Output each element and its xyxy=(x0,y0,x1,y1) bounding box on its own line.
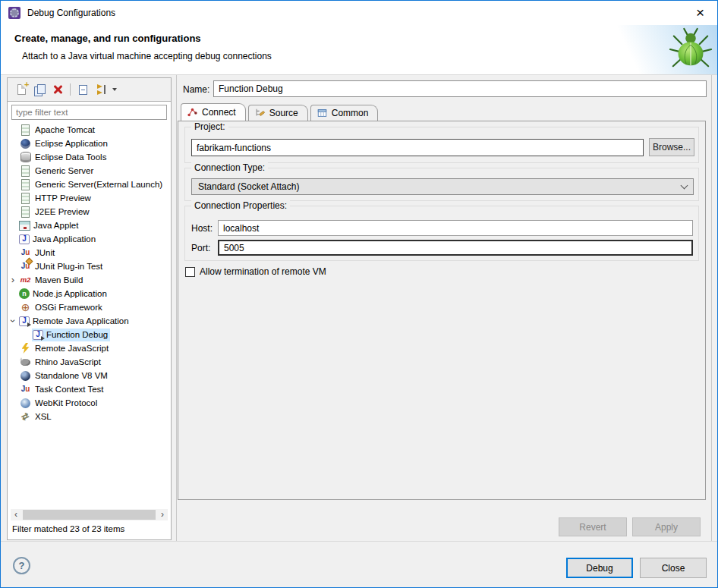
tree-item[interactable]: WebKit Protocol xyxy=(8,396,171,410)
tree-item[interactable]: Apache Tomcat xyxy=(8,123,171,137)
tree-item-label: J2EE Preview xyxy=(35,207,90,216)
tree-item[interactable]: Remote JavaScript xyxy=(8,341,171,355)
tree-item-label: Apache Tomcat xyxy=(35,125,95,134)
tree-item-label: Rhino JavaScript xyxy=(35,357,101,366)
tree-item[interactable]: Generic Server xyxy=(8,164,171,178)
tree-item-content[interactable]: Eclipse Data Tools xyxy=(18,151,109,164)
junit-icon: Ju xyxy=(19,383,32,395)
help-button[interactable]: ? xyxy=(13,557,30,574)
revert-button[interactable]: Revert xyxy=(559,517,627,536)
server-icon xyxy=(19,206,32,218)
tree-item-content[interactable]: HTTP Preview xyxy=(18,192,93,205)
connection-type-select[interactable]: Standard (Socket Attach) xyxy=(191,178,694,195)
debug-button[interactable]: Debug xyxy=(566,558,633,578)
tree-item-selected[interactable]: JFunction Debug xyxy=(32,329,110,341)
config-tabs: Connect Source Common xyxy=(181,103,380,121)
project-input[interactable] xyxy=(191,139,644,156)
host-label: Host: xyxy=(191,223,213,234)
scrollbar-thumb[interactable] xyxy=(23,510,156,520)
tree-item-content[interactable]: nNode.js Application xyxy=(18,288,109,300)
junit-plugin-icon: Ju xyxy=(19,260,32,272)
tree-item[interactable]: Standalone V8 VM xyxy=(8,369,171,382)
tree-item-label: Remote Java Application xyxy=(33,316,129,325)
tree-item[interactable]: Eclipse Data Tools xyxy=(8,150,171,164)
tree-item-content[interactable]: Rhino JavaScript xyxy=(18,356,103,369)
tree-item-content[interactable]: ⇄XSL xyxy=(18,410,54,423)
tree-item-content[interactable]: Generic Server(External Launch) xyxy=(18,178,165,191)
browse-button[interactable]: Browse... xyxy=(649,138,694,156)
duplicate-configuration-button[interactable] xyxy=(30,80,49,99)
tab-common[interactable]: Common xyxy=(310,105,379,121)
scroll-right-icon[interactable]: › xyxy=(157,510,168,520)
tree-item[interactable]: ⇄XSL xyxy=(8,410,171,423)
tree-item[interactable]: Java Applet xyxy=(8,219,171,232)
tree-item[interactable]: JuJUnit xyxy=(8,246,171,259)
allow-termination-checkbox-row[interactable]: Allow termination of remote VM xyxy=(185,266,326,277)
tree-item-label: Generic Server(External Launch) xyxy=(35,180,162,189)
tree-item-content[interactable]: Remote JavaScript xyxy=(18,342,111,355)
maven-icon: m2 xyxy=(19,274,32,286)
tree-item[interactable]: Generic Server(External Launch) xyxy=(8,178,171,191)
name-input[interactable] xyxy=(213,80,707,97)
close-button[interactable]: Close xyxy=(640,558,707,578)
filter-launch-configurations-button[interactable] xyxy=(92,80,110,99)
tree-item-content[interactable]: JJava Application xyxy=(18,233,98,246)
tree-item[interactable]: ›m2Maven Build xyxy=(8,273,171,287)
tree-item-content[interactable]: JuJUnit xyxy=(18,247,57,259)
connection-type-group-label: Connection Type: xyxy=(191,162,268,173)
apply-button[interactable]: Apply xyxy=(632,517,701,536)
tree-item-content[interactable]: Eclipse Application xyxy=(18,137,110,150)
tree-item-label: Remote JavaScript xyxy=(35,344,109,353)
tree-item-content[interactable]: J2EE Preview xyxy=(18,206,92,219)
tree-item-content[interactable]: Generic Server xyxy=(18,165,96,178)
config-tree: Apache TomcatEclipse ApplicationEclipse … xyxy=(8,123,171,423)
tree-item[interactable]: JuJUnit Plug-in Test xyxy=(8,259,171,273)
chevron-down-icon xyxy=(681,182,688,190)
tree-item-label: XSL xyxy=(35,412,52,421)
tree-item-content[interactable]: Apache Tomcat xyxy=(18,124,97,137)
tree-item[interactable]: Rhino JavaScript xyxy=(8,355,171,369)
filter-menu-dropdown-icon[interactable] xyxy=(112,88,117,91)
remote-js-icon xyxy=(19,342,32,354)
eclipse-icon xyxy=(19,137,32,149)
tree-item-content[interactable]: JuTask Context Test xyxy=(18,383,106,396)
window-close-icon[interactable]: × xyxy=(683,1,717,24)
tree-item-content[interactable]: JRemote Java Application xyxy=(18,315,131,328)
tab-source[interactable]: Source xyxy=(248,105,308,121)
host-input[interactable] xyxy=(218,220,693,236)
tree-item-label: OSGi Framework xyxy=(35,303,102,312)
tree-panel: Apache TomcatEclipse ApplicationEclipse … xyxy=(8,101,171,539)
tree-item-content[interactable]: m2Maven Build xyxy=(18,274,85,287)
tree-item-content[interactable]: WebKit Protocol xyxy=(18,397,99,410)
delete-configuration-button[interactable] xyxy=(49,80,67,99)
tree-item[interactable]: JuTask Context Test xyxy=(8,382,171,396)
collapse-all-button[interactable] xyxy=(74,80,92,99)
scroll-left-icon[interactable]: ‹ xyxy=(11,510,21,520)
tree-item[interactable]: JFunction Debug xyxy=(8,328,171,341)
tree-item[interactable]: J2EE Preview xyxy=(8,205,171,219)
toolbar-separator xyxy=(70,83,71,96)
filter-input[interactable] xyxy=(11,105,167,120)
new-configuration-button[interactable] xyxy=(12,80,30,99)
tree-item[interactable]: nNode.js Application xyxy=(8,287,171,300)
tree-item-content[interactable]: Standalone V8 VM xyxy=(18,369,110,382)
tree-item-content[interactable]: Java Applet xyxy=(18,219,80,232)
chevron-expanded-icon[interactable]: › xyxy=(8,316,18,326)
allow-termination-checkbox[interactable] xyxy=(185,267,195,277)
port-input[interactable] xyxy=(218,240,693,256)
tree-item[interactable]: ›JRemote Java Application xyxy=(8,314,171,328)
tree-item-content[interactable]: ⊕OSGi Framework xyxy=(18,301,105,314)
header-title: Create, manage, and run configurations xyxy=(14,33,201,44)
tree-item[interactable]: JJava Application xyxy=(8,232,171,246)
database-icon xyxy=(19,151,32,163)
filter-status-text: Filter matched 23 of 23 items xyxy=(12,524,124,533)
nodejs-icon: n xyxy=(19,288,30,299)
tab-connect[interactable]: Connect xyxy=(181,103,246,121)
tree-item-content[interactable]: JuJUnit Plug-in Test xyxy=(18,260,105,273)
chevron-collapsed-icon[interactable]: › xyxy=(8,275,18,285)
xsl-icon: ⇄ xyxy=(19,410,32,423)
horizontal-scrollbar[interactable]: ‹ › xyxy=(11,509,168,520)
tree-item[interactable]: ⊕OSGi Framework xyxy=(8,300,171,314)
tree-item[interactable]: HTTP Preview xyxy=(8,191,171,205)
tree-item[interactable]: Eclipse Application xyxy=(8,137,171,150)
